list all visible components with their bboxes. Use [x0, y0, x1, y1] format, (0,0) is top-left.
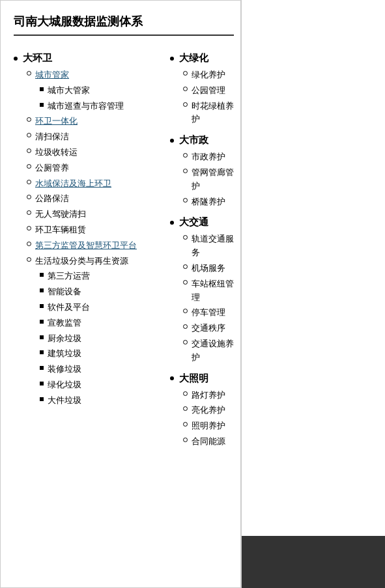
square-bullet-icon — [40, 273, 44, 277]
sub-item-label: 生活垃圾分类与再生资源 — [35, 255, 128, 268]
main-item-title-lvhua: 大绿化 — [170, 52, 234, 64]
circle-bullet-icon — [183, 438, 188, 442]
sub-item-shizheng-yanhu: 市政养护 — [183, 150, 234, 164]
circle-bullet-icon — [183, 280, 188, 285]
circle-bullet-icon — [183, 324, 188, 329]
main-item-title-huanwei: 大环卫 — [14, 52, 157, 64]
circle-bullet-icon — [27, 210, 31, 215]
circle-bullet-icon — [27, 242, 31, 246]
sub-item-lianghua: 亮化养护 — [183, 404, 234, 417]
shenghuo-sub-list: 第三方运营 智能设备 软件及平台 — [27, 270, 157, 407]
two-column-layout: 大环卫 城市管家 城市大管家 — [14, 52, 234, 456]
circle-bullet-icon — [27, 180, 31, 184]
sub-item-shenghuo: 生活垃圾分类与再生资源 — [27, 255, 157, 268]
sub-item-label: 垃圾收转运 — [35, 146, 78, 160]
circle-bullet-icon — [27, 164, 31, 169]
circle-bullet-icon — [27, 195, 31, 199]
circle-bullet-icon — [183, 71, 188, 76]
chengshiguanjia-sub-list: 城市大管家 城市巡查与市容管理 — [27, 84, 157, 113]
circle-bullet-icon — [183, 264, 188, 269]
page-container: 司南大城服数据监测体系 大环卫 城市管家 — [0, 0, 385, 588]
circle-bullet-icon — [183, 87, 188, 91]
sub-item-hetong: 合同能源 — [183, 435, 234, 449]
sub-item-label: 公厕管养 — [35, 161, 69, 175]
sub-item-gongyuan: 公园管理 — [183, 84, 234, 98]
sub-item-disanfang: 第三方监管及智慧环卫平台 — [27, 239, 157, 253]
jiaotong-sub-list: 轨道交通服务 机场服务 车站枢纽管理 停车管理 — [170, 232, 234, 364]
square-bullet-icon — [40, 304, 44, 308]
circle-bullet-icon — [183, 340, 188, 344]
sub-item-label: 无人驾驶清扫 — [35, 208, 86, 221]
sub-item-label: 清扫保洁 — [35, 130, 69, 144]
sub-sub-item-lvhua-laji: 绿化垃圾 — [40, 378, 157, 392]
circle-bullet-icon — [27, 257, 31, 262]
page-title: 司南大城服数据监测体系 — [14, 14, 234, 36]
sub-sub-item-disanfang-yunying: 第三方运营 — [40, 270, 157, 283]
right-sidebar — [241, 0, 385, 588]
sub-item-laji: 垃圾收转运 — [27, 146, 157, 160]
sub-item-guanwang: 管网管廊管护 — [183, 166, 234, 193]
square-bullet-icon — [40, 103, 44, 107]
sub-sub-item-ruanjian: 软件及平台 — [40, 301, 157, 315]
sub-item-jiaotong-sheshi: 交通设施养护 — [183, 337, 234, 365]
sub-sub-item-jianzhu: 建筑垃圾 — [40, 347, 157, 361]
circle-bullet-icon — [183, 406, 188, 411]
bullet-dot-icon — [170, 221, 174, 225]
sub-item-lvhua-yanhu: 绿化养护 — [183, 68, 234, 82]
sub-item-label: 环卫车辆租赁 — [35, 223, 86, 237]
circle-bullet-icon — [27, 133, 31, 137]
main-item-title-zhaoming: 大照明 — [170, 372, 234, 385]
right-sidebar-bottom — [242, 536, 385, 588]
circle-bullet-icon — [183, 153, 188, 158]
main-item-huanwei: 大环卫 城市管家 城市大管家 — [14, 52, 157, 408]
main-item-jiaotong: 大交通 轨道交通服务 机场服务 车站枢纽管理 — [170, 216, 234, 364]
square-bullet-icon — [40, 382, 44, 385]
square-bullet-icon — [40, 87, 44, 91]
main-item-title-jiaotong: 大交通 — [170, 216, 234, 229]
main-item-shizheng: 大市政 市政养护 管网管廊管护 桥隧养护 — [170, 134, 234, 208]
left-column: 大环卫 城市管家 城市大管家 — [14, 52, 157, 456]
circle-bullet-icon — [27, 226, 31, 231]
circle-bullet-icon — [183, 309, 188, 313]
sub-item-chezhan: 车站枢纽管理 — [183, 277, 234, 305]
sub-item-label[interactable]: 环卫一体化 — [35, 115, 78, 128]
right-sidebar-top — [242, 0, 385, 39]
sub-item-qiaosui: 桥隧养护 — [183, 195, 234, 209]
sub-item-chengshiguanjia: 城市管家 — [27, 68, 157, 82]
sub-item-tingche: 停车管理 — [183, 306, 234, 320]
sub-sub-item-chuyu: 厨余垃圾 — [40, 332, 157, 346]
main-item-lvhua: 大绿化 绿化养护 公园管理 时花绿植养护 — [170, 52, 234, 126]
sub-item-ludeng: 路灯养护 — [183, 389, 234, 402]
circle-bullet-icon — [183, 391, 188, 396]
main-content: 司南大城服数据监测体系 大环卫 城市管家 — [0, 0, 241, 588]
sub-sub-item-dajian: 大件垃圾 — [40, 394, 157, 408]
square-bullet-icon — [40, 397, 44, 401]
square-bullet-icon — [40, 320, 44, 324]
circle-bullet-icon — [183, 102, 188, 107]
huanwei-sub-list: 城市管家 城市大管家 城市巡查与市容管理 — [14, 68, 157, 408]
sub-item-guidao: 轨道交通服务 — [183, 232, 234, 260]
square-bullet-icon — [40, 366, 44, 370]
sub-item-gonglu: 公路保洁 — [27, 192, 157, 206]
sub-item-shihua: 时花绿植养护 — [183, 100, 234, 127]
sub-item-shuiyu: 水域保洁及海上环卫 — [27, 177, 157, 191]
sub-sub-item-xuanjiao: 宣教监管 — [40, 316, 157, 330]
bullet-dot-icon — [170, 139, 174, 143]
main-item-zhaoming: 大照明 路灯养护 亮化养护 照明养护 — [170, 372, 234, 449]
sub-sub-item-zhuangxiu: 装修垃圾 — [40, 363, 157, 376]
sub-item-qingsao: 清扫保洁 — [27, 130, 157, 144]
lvhua-sub-list: 绿化养护 公园管理 时花绿植养护 — [170, 68, 234, 126]
main-item-title-shizheng: 大市政 — [170, 134, 234, 147]
square-bullet-icon — [40, 350, 44, 354]
circle-bullet-icon — [27, 71, 31, 76]
sub-item-label[interactable]: 第三方监管及智慧环卫平台 — [35, 239, 137, 253]
bullet-dot-icon — [170, 57, 174, 61]
sub-item-jiaotong-zhixu: 交通秩序 — [183, 322, 234, 335]
sub-item-label[interactable]: 城市管家 — [35, 68, 69, 82]
zhaoming-sub-list: 路灯养护 亮化养护 照明养护 合同能源 — [170, 389, 234, 449]
sub-item-label: 公路保洁 — [35, 192, 69, 206]
sub-sub-item-zhineng: 智能设备 — [40, 285, 157, 299]
sub-item-huanwei-yitihua: 环卫一体化 — [27, 115, 157, 128]
sub-item-label[interactable]: 水域保洁及海上环卫 — [35, 177, 111, 191]
shizheng-sub-list: 市政养护 管网管廊管护 桥隧养护 — [170, 150, 234, 208]
